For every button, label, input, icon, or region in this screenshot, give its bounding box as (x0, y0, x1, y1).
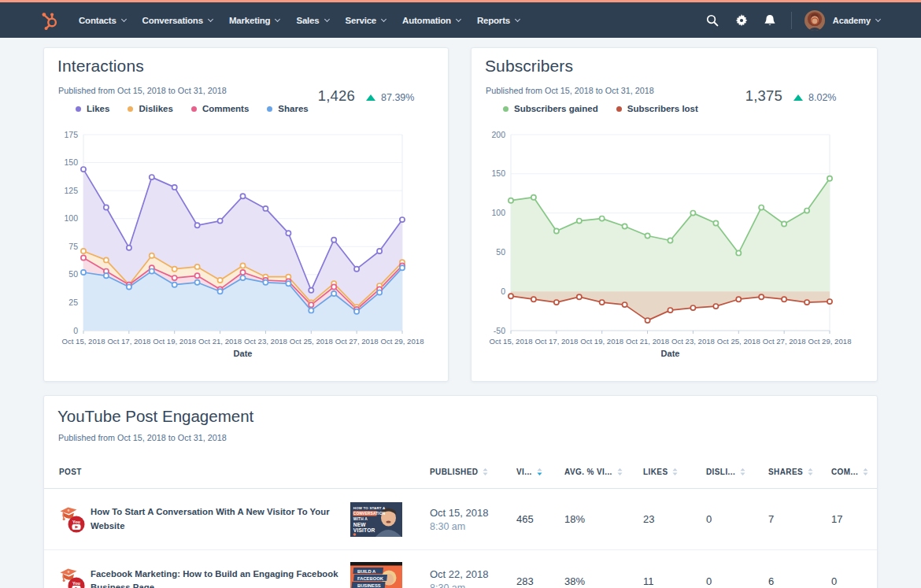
point-dislikes[interactable] (218, 278, 223, 283)
hubspot-logo[interactable] (41, 11, 58, 30)
point-subscribers-gained[interactable] (645, 233, 650, 238)
point-likes[interactable] (309, 288, 313, 293)
point-comments[interactable] (240, 270, 245, 275)
point-subscribers-gained[interactable] (759, 205, 764, 210)
point-shares[interactable] (127, 284, 131, 289)
column-header-vi[interactable]: VI... (516, 468, 564, 476)
point-likes[interactable] (240, 194, 245, 198)
point-comments[interactable] (172, 276, 177, 280)
point-dislikes[interactable] (81, 249, 86, 253)
notifications-bell-icon[interactable] (764, 14, 776, 27)
point-subscribers-lost[interactable] (531, 297, 536, 301)
point-shares[interactable] (354, 309, 359, 314)
point-dislikes[interactable] (104, 257, 109, 262)
point-subscribers-gained[interactable] (736, 250, 741, 255)
point-dislikes[interactable] (240, 263, 245, 268)
column-header-avg-vi[interactable]: AVG. % VI... (564, 468, 643, 476)
point-subscribers-lost[interactable] (827, 299, 832, 304)
post-title-link[interactable]: Facebook Marketing: How to Build an Enga… (91, 568, 340, 588)
nav-item-contacts[interactable]: Contacts (79, 16, 126, 25)
point-subscribers-gained[interactable] (690, 211, 695, 216)
point-subscribers-lost[interactable] (645, 318, 650, 323)
point-shares[interactable] (309, 308, 313, 312)
video-thumbnail[interactable]: BUILD AFACEBOOKBUSINESSPAGE (350, 562, 402, 588)
point-subscribers-gained[interactable] (668, 238, 672, 242)
point-likes[interactable] (127, 246, 131, 250)
search-icon[interactable] (706, 14, 719, 27)
settings-gear-icon[interactable] (735, 14, 748, 27)
point-subscribers-lost[interactable] (554, 300, 559, 305)
point-likes[interactable] (263, 206, 268, 211)
post-thumbnail[interactable]: HOW TO START ACONVERSATIONWITH ANEWVISIT… (350, 501, 402, 538)
point-comments[interactable] (309, 302, 313, 307)
point-subscribers-lost[interactable] (713, 304, 718, 309)
point-shares[interactable] (286, 281, 290, 286)
point-subscribers-gained[interactable] (713, 220, 718, 225)
nav-item-sales[interactable]: Sales (296, 16, 328, 25)
point-comments[interactable] (81, 255, 86, 260)
point-likes[interactable] (218, 219, 223, 224)
point-subscribers-gained[interactable] (509, 198, 513, 203)
point-likes[interactable] (104, 205, 109, 209)
point-subscribers-gained[interactable] (600, 216, 605, 221)
column-header-likes[interactable]: LIKES (643, 468, 706, 476)
point-shares[interactable] (377, 290, 382, 295)
point-subscribers-gained[interactable] (782, 221, 786, 226)
nav-item-conversations[interactable]: Conversations (142, 16, 213, 25)
point-shares[interactable] (150, 269, 154, 274)
point-likes[interactable] (150, 175, 154, 179)
point-subscribers-lost[interactable] (759, 294, 764, 299)
point-likes[interactable] (195, 223, 200, 227)
point-dislikes[interactable] (172, 267, 177, 272)
point-shares[interactable] (240, 276, 245, 280)
point-likes[interactable] (172, 185, 177, 190)
point-subscribers-lost[interactable] (782, 297, 786, 301)
point-likes[interactable] (400, 217, 405, 222)
point-subscribers-gained[interactable] (531, 195, 536, 200)
point-likes[interactable] (354, 267, 359, 272)
point-shares[interactable] (81, 270, 86, 275)
point-likes[interactable] (331, 238, 336, 242)
column-header-published[interactable]: PUBLISHED (430, 468, 516, 476)
point-subscribers-gained[interactable] (623, 224, 627, 228)
video-thumbnail[interactable]: HOW TO START ACONVERSATIONWITH ANEWVISIT… (350, 501, 402, 538)
account-menu[interactable]: Academy (833, 16, 880, 25)
point-subscribers-lost[interactable] (736, 297, 741, 301)
point-subscribers-lost[interactable] (668, 308, 672, 312)
point-shares[interactable] (263, 280, 268, 285)
point-subscribers-lost[interactable] (804, 300, 809, 305)
point-dislikes[interactable] (150, 253, 154, 258)
point-subscribers-gained[interactable] (804, 209, 809, 213)
point-likes[interactable] (81, 167, 86, 172)
post-thumbnail[interactable]: BUILD AFACEBOOKBUSINESSPAGE (350, 562, 402, 588)
point-subscribers-lost[interactable] (600, 300, 605, 305)
point-subscribers-lost[interactable] (509, 294, 513, 298)
point-shares[interactable] (400, 265, 405, 270)
point-shares[interactable] (331, 291, 336, 296)
point-subscribers-lost[interactable] (623, 302, 627, 307)
svg-text:CONVERSATION: CONVERSATION (353, 512, 386, 516)
point-likes[interactable] (286, 231, 290, 235)
column-header-disli[interactable]: DISLI... (706, 468, 768, 476)
point-dislikes[interactable] (195, 264, 200, 269)
point-subscribers-gained[interactable] (577, 219, 582, 224)
point-shares[interactable] (104, 273, 109, 278)
point-subscribers-lost[interactable] (577, 294, 582, 299)
point-subscribers-lost[interactable] (690, 305, 695, 310)
post-title-link[interactable]: How To Start A Conversation With A New V… (91, 505, 340, 533)
point-shares[interactable] (172, 283, 177, 287)
point-shares[interactable] (218, 289, 223, 294)
nav-item-service[interactable]: Service (346, 16, 387, 25)
point-shares[interactable] (195, 280, 200, 285)
point-subscribers-gained[interactable] (827, 176, 832, 181)
nav-item-marketing[interactable]: Marketing (229, 16, 280, 25)
nav-item-automation[interactable]: Automation (402, 16, 460, 25)
point-likes[interactable] (377, 249, 382, 253)
point-subscribers-gained[interactable] (554, 228, 559, 233)
point-comments[interactable] (331, 284, 336, 289)
point-comments[interactable] (195, 273, 200, 278)
avatar[interactable] (804, 10, 825, 31)
nav-item-reports[interactable]: Reports (477, 16, 520, 25)
column-header-shares[interactable]: SHARES (768, 468, 831, 476)
column-header-com[interactable]: COM... (831, 468, 878, 476)
